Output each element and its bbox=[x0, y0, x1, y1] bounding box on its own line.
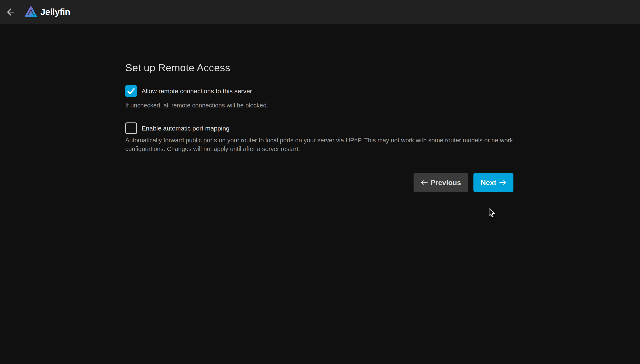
port-mapping-description: Automatically forward public ports on yo… bbox=[125, 136, 513, 153]
cursor-pointer-icon bbox=[488, 208, 496, 218]
allow-remote-connections-label: Allow remote connections to this server bbox=[142, 88, 252, 95]
next-button[interactable]: Next bbox=[473, 173, 513, 192]
page-title: Set up Remote Access bbox=[125, 61, 513, 74]
app-header: Jellyfin bbox=[0, 0, 640, 24]
arrow-right-icon bbox=[499, 180, 506, 185]
jellyfin-logo-icon bbox=[25, 6, 37, 18]
port-mapping-label: Enable automatic port mapping bbox=[142, 125, 229, 132]
port-mapping-row[interactable]: Enable automatic port mapping bbox=[125, 122, 513, 134]
next-button-label: Next bbox=[481, 178, 496, 187]
checkmark-icon bbox=[127, 88, 135, 94]
back-arrow-icon bbox=[7, 8, 15, 16]
app-logo: Jellyfin bbox=[25, 6, 70, 18]
arrow-left-icon bbox=[421, 180, 428, 185]
previous-button[interactable]: Previous bbox=[414, 173, 468, 192]
allow-remote-connections-row[interactable]: Allow remote connections to this server bbox=[125, 85, 513, 97]
port-mapping-checkbox[interactable] bbox=[125, 122, 137, 134]
app-title: Jellyfin bbox=[41, 7, 70, 17]
allow-remote-connections-checkbox[interactable] bbox=[125, 85, 137, 97]
wizard-actions: Previous Next bbox=[125, 173, 513, 192]
previous-button-label: Previous bbox=[431, 178, 461, 187]
back-button[interactable] bbox=[3, 5, 18, 20]
wizard-content: Set up Remote Access Allow remote connec… bbox=[125, 61, 513, 192]
remote-connections-description: If unchecked, all remote connections wil… bbox=[125, 101, 513, 110]
